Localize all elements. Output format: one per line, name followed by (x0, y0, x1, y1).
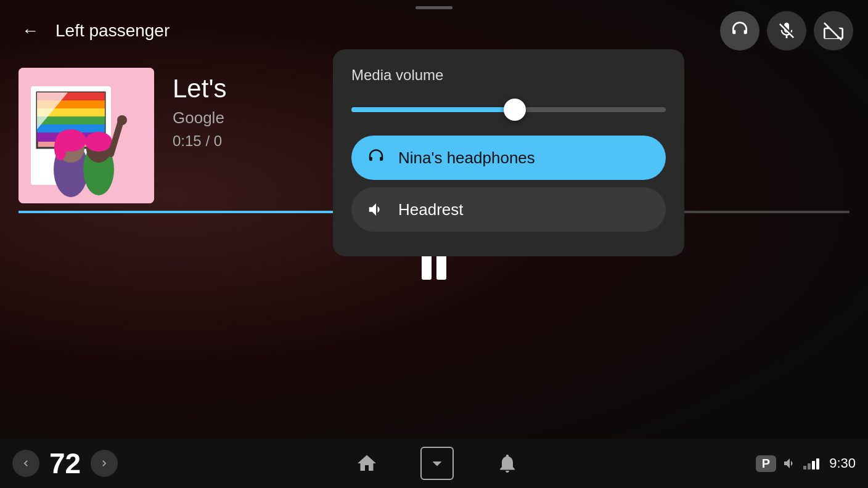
channel-next-button[interactable] (91, 450, 118, 477)
chevron-right-icon (98, 457, 110, 470)
channel-number: 72 (49, 447, 81, 480)
back-arrow-icon: ← (22, 21, 39, 41)
volume-slider-fill (351, 107, 515, 112)
home-button[interactable] (350, 447, 383, 480)
ninas-headphones-label: Nina's headphones (398, 148, 535, 168)
svg-point-19 (117, 115, 127, 125)
headphones-icon (730, 21, 750, 41)
progress-bar-fill (18, 211, 334, 213)
bottom-nav (118, 447, 756, 480)
header-icons (720, 11, 853, 51)
volume-label: Media volume (351, 67, 666, 84)
bottom-bar: 72 P (0, 439, 868, 488)
speaker-option-icon (365, 198, 387, 221)
volume-slider-thumb[interactable] (504, 99, 526, 121)
screen-off-button[interactable] (814, 11, 853, 51)
svg-point-17 (85, 132, 112, 152)
mic-off-button[interactable] (767, 11, 806, 51)
drag-handle (416, 6, 452, 9)
screen-off-icon (824, 21, 843, 41)
time-display: 9:30 (829, 455, 856, 471)
headphones-option-icon (365, 147, 387, 169)
audio-option-headrest[interactable]: Headrest (351, 187, 666, 232)
svg-point-14 (54, 136, 67, 160)
headphones-button[interactable] (720, 11, 760, 51)
headrest-label: Headrest (398, 200, 464, 219)
headphones-svg (367, 148, 385, 167)
channel-prev-button[interactable] (12, 450, 39, 477)
dropdown-button[interactable] (420, 447, 454, 480)
signal-icon (803, 457, 819, 470)
svg-rect-7 (37, 116, 105, 124)
volume-slider-container[interactable] (351, 96, 666, 123)
notifications-button[interactable] (491, 447, 524, 480)
album-art (18, 68, 154, 203)
header: ← Left passenger (0, 11, 868, 51)
p-badge: P (756, 455, 776, 472)
volume-popup: Media volume Nina's headphones Headrest (333, 49, 684, 256)
dropdown-icon (426, 452, 448, 474)
home-icon (356, 452, 378, 474)
status-area: P 9:30 (756, 455, 856, 472)
audio-option-ninas-headphones[interactable]: Nina's headphones (351, 136, 666, 180)
speaker-svg (367, 200, 385, 219)
page-title: Left passenger (55, 21, 170, 41)
back-button[interactable]: ← (15, 15, 46, 46)
mic-off-icon (777, 21, 796, 41)
volume-status-icon (782, 456, 797, 471)
bell-icon (496, 452, 518, 474)
chevron-left-icon (20, 457, 32, 470)
channel-controls: 72 (12, 447, 118, 480)
